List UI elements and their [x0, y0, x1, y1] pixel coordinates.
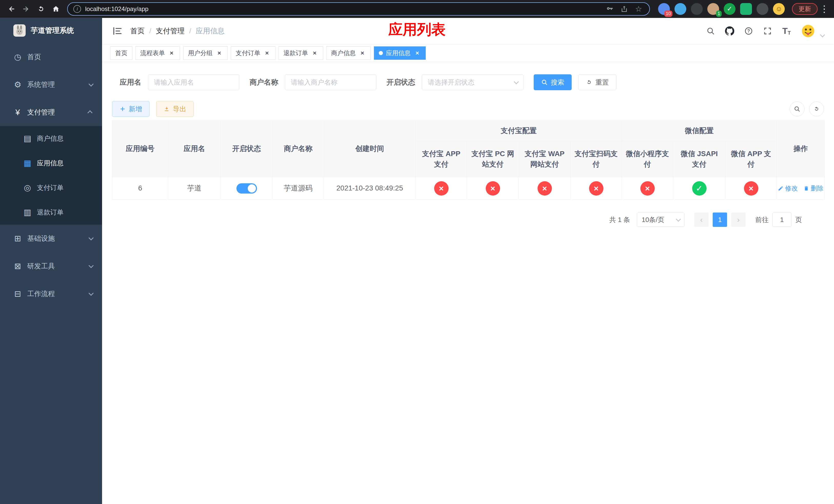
sidebar-item-home[interactable]: ◷ 首页 — [0, 43, 102, 71]
tab-user-group[interactable]: 用户分组 × — [183, 46, 228, 60]
download-icon — [163, 106, 170, 112]
app-name-input[interactable] — [148, 74, 239, 90]
breadcrumb-payment[interactable]: 支付管理 — [156, 26, 185, 36]
payment-submenu: ▤ 商户信息 ▦ 应用信息 ◎ 支付订单 ▥ 退款订单 — [0, 126, 102, 225]
site-info-icon[interactable]: i — [73, 5, 81, 13]
chevron-down-icon — [88, 291, 94, 296]
fullscreen-icon[interactable] — [763, 26, 772, 36]
merchant-name-input[interactable] — [285, 74, 376, 90]
delete-link[interactable]: 删除 — [804, 184, 824, 193]
page-content: 应用名 商户名称 开启状态 请选择开启状态 搜索 重置 — [102, 62, 834, 504]
breadcrumb-home[interactable]: 首页 — [130, 26, 145, 36]
col-alipay-qr: 支付宝扫码支付 — [571, 141, 622, 177]
dark-circle-extension-icon[interactable] — [691, 3, 703, 15]
trash-icon — [804, 186, 809, 191]
search-icon — [541, 79, 548, 86]
cell-wechat-app: × — [725, 177, 777, 200]
share-icon[interactable] — [619, 4, 629, 14]
font-size-icon[interactable]: TT — [782, 26, 791, 36]
green-chat-extension-icon[interactable] — [740, 3, 752, 15]
sidebar-item-merchant-info[interactable]: ▤ 商户信息 — [0, 126, 102, 151]
page-annotation: 应用列表 — [388, 20, 446, 40]
status-select[interactable]: 请选择开启状态 — [422, 74, 523, 90]
target-icon: ◎ — [22, 183, 33, 192]
tab-home[interactable]: 首页 — [110, 46, 132, 60]
sidebar-item-label: 支付订单 — [37, 183, 64, 192]
avatar-caret-icon[interactable] — [820, 32, 825, 38]
app-logo[interactable]: 芋道管理系统 — [0, 18, 102, 43]
cell-created: 2021-10-23 08:49:25 — [324, 177, 416, 200]
toggle-search-button[interactable] — [790, 101, 805, 116]
add-button[interactable]: 新增 — [112, 101, 150, 117]
close-icon[interactable]: × — [168, 49, 175, 56]
toolbar-right — [790, 101, 825, 116]
tab-payment-orders[interactable]: 支付订单 × — [231, 46, 276, 60]
browser-menu-icon[interactable]: ⋮ — [819, 4, 829, 14]
close-icon[interactable]: × — [311, 49, 318, 56]
edit-link[interactable]: 修改 — [778, 184, 798, 193]
next-page-button[interactable]: › — [731, 212, 746, 227]
search-button[interactable]: 搜索 — [534, 74, 572, 90]
blue-gem-extension-icon[interactable] — [675, 3, 686, 15]
close-icon[interactable]: × — [414, 49, 421, 56]
tab-process-form[interactable]: 流程表单 × — [135, 46, 180, 60]
card-icon: ▤ — [22, 134, 33, 143]
avatar[interactable] — [801, 24, 815, 39]
sidebar-collapse-icon[interactable] — [112, 26, 123, 36]
back-icon[interactable] — [5, 2, 18, 16]
green-check-extension-icon[interactable]: ✓ — [724, 3, 736, 15]
bookmark-star-icon[interactable]: ☆ — [633, 4, 644, 14]
close-icon[interactable]: × — [216, 49, 223, 56]
app-title: 芋道管理系统 — [31, 26, 74, 36]
page-1-button[interactable]: 1 — [713, 212, 727, 227]
forward-icon[interactable] — [20, 2, 33, 16]
sidebar-item-infrastructure[interactable]: ⊞ 基础设施 — [0, 225, 102, 252]
sidebar-item-refund-orders[interactable]: ▥ 退款订单 — [0, 200, 102, 225]
status-toggle[interactable] — [237, 183, 257, 193]
goto-page-input[interactable] — [772, 212, 792, 227]
address-bar[interactable]: i localhost:1024/pay/app ☆ — [67, 2, 650, 16]
reset-button[interactable]: 重置 — [578, 74, 616, 90]
sidebar-item-workflow[interactable]: ⊟ 工作流程 — [0, 280, 102, 307]
tab-merchant-info[interactable]: 商户信息 × — [326, 46, 371, 60]
prev-page-button[interactable]: ‹ — [694, 212, 708, 227]
group-alipay: 支付宝配置 — [416, 121, 622, 141]
sidebar: 芋道管理系统 ◷ 首页 ⚙ 系统管理 ¥ 支付管理 ▤ 商户信息 ▦ 应用信息 — [0, 18, 102, 504]
github-icon[interactable] — [725, 26, 734, 36]
breadcrumb-current: 应用信息 — [196, 26, 225, 36]
sidebar-item-payment[interactable]: ¥ 支付管理 — [0, 98, 102, 126]
sidebar-item-system[interactable]: ⚙ 系统管理 — [0, 71, 102, 98]
pinwheel-extension-icon[interactable] — [756, 3, 768, 15]
reload-icon[interactable] — [35, 2, 48, 16]
search-icon[interactable] — [706, 26, 716, 36]
close-icon[interactable]: × — [359, 49, 366, 56]
status-circle: × — [537, 181, 552, 196]
cell-actions: 修改 删除 — [777, 177, 825, 200]
avatar-extension-icon[interactable]: 1 — [707, 3, 719, 15]
refresh-icon — [813, 106, 820, 112]
dashboard-icon: ◷ — [12, 52, 24, 62]
chevron-down-icon — [88, 235, 94, 240]
export-button[interactable]: 导出 — [156, 101, 194, 117]
col-wechat-jsapi: 微信 JSAPI 支付 — [673, 141, 725, 177]
close-icon[interactable]: × — [263, 49, 270, 56]
sidebar-item-app-info[interactable]: ▦ 应用信息 — [0, 151, 102, 175]
page-size-select[interactable]: 10条/页 — [637, 212, 684, 227]
extension-badge: 10 — [664, 10, 673, 17]
browser-update-button[interactable]: 更新 — [792, 3, 818, 15]
tab-refund-orders[interactable]: 退款订单 × — [279, 46, 323, 60]
refresh-button[interactable] — [809, 101, 824, 116]
smiley-extension-icon[interactable]: ☺ — [773, 3, 785, 15]
col-created: 创建时间 — [324, 121, 416, 177]
merchant-name-label: 商户名称 — [249, 77, 278, 87]
cell-wechat-mini: × — [622, 177, 673, 200]
blue-grid-extension-icon[interactable]: 10 — [658, 3, 670, 15]
chevron-down-icon — [676, 216, 681, 222]
tab-app-info[interactable]: 应用信息 × — [374, 46, 426, 60]
sidebar-item-dev-tools[interactable]: ⊠ 研发工具 — [0, 252, 102, 280]
svg-text:?: ? — [747, 28, 750, 33]
home-icon[interactable] — [49, 2, 63, 16]
sidebar-item-payment-orders[interactable]: ◎ 支付订单 — [0, 175, 102, 200]
password-key-icon[interactable] — [605, 4, 615, 14]
help-icon[interactable]: ? — [744, 26, 753, 36]
